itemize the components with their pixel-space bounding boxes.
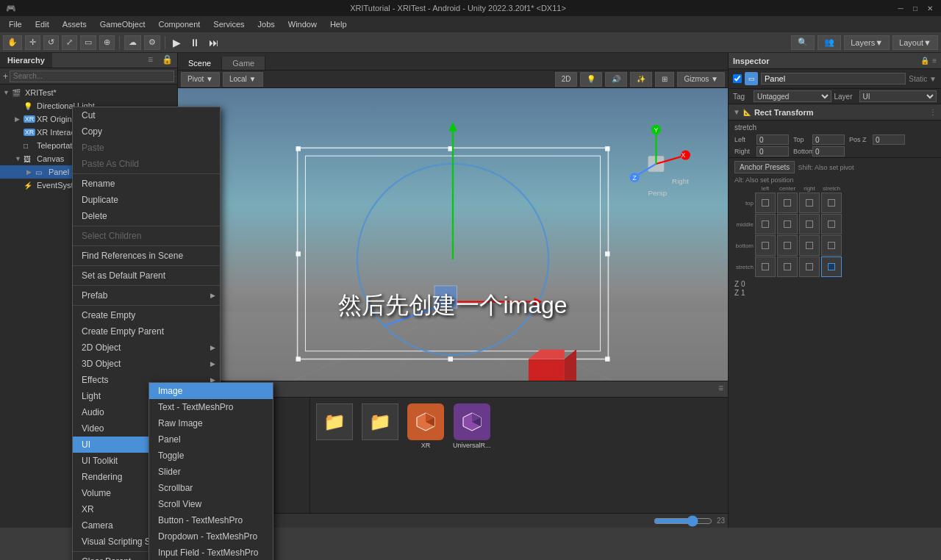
anchor-mid-left[interactable] [755, 214, 776, 234]
ctx-create-empty-parent[interactable]: Create Empty Parent [73, 323, 220, 340]
layout-dropdown[interactable]: Layout ▼ [892, 35, 938, 50]
tag-select[interactable]: Untagged [754, 90, 831, 102]
right-field[interactable] [756, 146, 789, 157]
2d-btn[interactable]: 2D [555, 72, 578, 87]
asset-icon-2[interactable]: 📁 [362, 403, 398, 449]
step-button[interactable]: ⏭ [206, 37, 222, 49]
menu-help[interactable]: Help [324, 18, 353, 30]
anchor-mid-right[interactable] [799, 214, 820, 234]
submenu-raw-image[interactable]: Raw Image [149, 415, 273, 431]
submenu-image[interactable]: Image [149, 383, 273, 399]
tool-transform[interactable]: ⊕ [99, 35, 115, 50]
submenu-slider[interactable]: Slider [149, 464, 273, 480]
asset-xr-icon1[interactable]: XR [407, 403, 444, 449]
menu-gameobject[interactable]: GameObject [94, 18, 151, 30]
tool-rotate[interactable]: ↺ [43, 35, 59, 50]
pause-button[interactable]: ⏸ [187, 37, 203, 49]
anchor-bot-stretch[interactable] [821, 235, 842, 256]
anchor-top-center[interactable] [777, 193, 798, 213]
tool-move[interactable]: ✛ [25, 35, 40, 50]
close-button[interactable]: ✕ [925, 3, 935, 13]
ctx-prefab[interactable]: Prefab▶ [73, 287, 220, 304]
anchor-bot-center[interactable] [777, 235, 798, 256]
anchor-top-right[interactable] [799, 193, 820, 213]
menu-assets[interactable]: Assets [57, 18, 93, 30]
scene-tab[interactable]: Scene [178, 57, 222, 70]
rt-expand[interactable]: ▼ [733, 108, 740, 116]
anchor-presets-btn[interactable]: Anchor Presets [734, 161, 795, 173]
inspector-tab[interactable]: Inspector [733, 57, 917, 65]
anchor-str-right[interactable] [799, 256, 820, 277]
object-name-field[interactable] [761, 73, 906, 85]
audio-btn[interactable]: 🔊 [605, 72, 627, 87]
ctx-cut[interactable]: Cut [73, 107, 220, 123]
ctx-set-default-parent[interactable]: Set as Default Parent [73, 268, 220, 284]
submenu-scrollbar[interactable]: Scrollbar [149, 480, 273, 496]
rt-menu[interactable]: ⋮ [929, 108, 937, 116]
local-btn[interactable]: Local ▼ [223, 72, 263, 87]
hierarchy-menu-btn[interactable]: ≡ [143, 53, 157, 68]
menu-services[interactable]: Services [207, 18, 250, 30]
minimize-button[interactable]: ─ [895, 3, 906, 13]
menu-edit[interactable]: Edit [29, 18, 55, 30]
submenu-button-tmp[interactable]: Button - TextMeshPro [149, 512, 273, 528]
bottom-field[interactable] [812, 146, 845, 157]
settings-button[interactable]: ⚙ [144, 35, 160, 50]
inspector-lock[interactable]: 🔒 [920, 57, 929, 65]
left-field[interactable] [756, 134, 789, 145]
anchor-str-stretch[interactable] [821, 256, 842, 277]
anchor-mid-stretch[interactable] [821, 214, 842, 234]
hierarchy-search[interactable] [10, 71, 174, 82]
ctx-duplicate[interactable]: Duplicate [73, 192, 220, 208]
asset-xr-icon2[interactable]: UniversalR... [453, 403, 491, 449]
maximize-button[interactable]: □ [910, 3, 920, 13]
hierarchy-add-btn[interactable]: + [3, 71, 8, 82]
anchor-top-stretch[interactable] [821, 193, 842, 213]
menu-file[interactable]: File [3, 18, 28, 30]
tool-rect[interactable]: ▭ [80, 35, 96, 50]
ctx-3d-object[interactable]: 3D Object▶ [73, 356, 220, 372]
inspector-menu[interactable]: ≡ [932, 57, 937, 65]
ctx-2d-object[interactable]: 2D Object▶ [73, 340, 220, 356]
cloud-button[interactable]: ☁ [124, 35, 141, 50]
tool-scale[interactable]: ⤢ [62, 35, 77, 50]
pivot-btn[interactable]: Pivot ▼ [181, 72, 220, 87]
submenu-panel[interactable]: Panel [149, 431, 273, 448]
ctx-create-empty[interactable]: Create Empty [73, 307, 220, 323]
submenu-scroll-view[interactable]: Scroll View [149, 496, 273, 512]
scene-grid-btn[interactable]: ⊞ [655, 72, 674, 87]
menu-window[interactable]: Window [282, 18, 323, 30]
submenu-dropdown-tmp[interactable]: Dropdown - TextMeshPro [149, 528, 273, 545]
anchor-mid-center[interactable] [777, 214, 798, 234]
hierarchy-tab[interactable]: Hierarchy [0, 53, 52, 68]
object-static-dropdown[interactable]: Static ▼ [909, 75, 937, 83]
posz-field[interactable] [873, 134, 905, 145]
anchor-bot-left[interactable] [755, 235, 776, 256]
play-button[interactable]: ▶ [170, 37, 184, 49]
gizmos-btn[interactable]: Gizmos ▼ [677, 72, 725, 87]
submenu-toggle[interactable]: Toggle [149, 448, 273, 464]
anchor-bot-right[interactable] [799, 235, 820, 256]
bottom-panel-menu[interactable]: ≡ [714, 381, 728, 397]
collab-button[interactable]: 👥 [817, 35, 841, 50]
anchor-str-left[interactable] [755, 256, 776, 277]
tool-hand[interactable]: ✋ [3, 35, 22, 50]
hier-item-xritest[interactable]: ▼ 🎬 XRITest* [0, 86, 177, 99]
asset-icon-1[interactable]: 📁 [316, 403, 353, 449]
layer-select[interactable]: UI [859, 90, 937, 102]
scene-view[interactable]: X Y Z Right Persp 然后先创建一个image [178, 88, 728, 381]
ctx-delete[interactable]: Delete [73, 208, 220, 224]
menu-jobs[interactable]: Jobs [252, 18, 281, 30]
anchor-top-left[interactable] [755, 193, 776, 213]
hierarchy-lock-btn[interactable]: 🔒 [157, 53, 177, 68]
lighting-btn[interactable]: 💡 [580, 72, 602, 87]
ctx-copy[interactable]: Copy [73, 123, 220, 140]
anchor-str-center[interactable] [777, 256, 798, 277]
menu-component[interactable]: Component [152, 18, 206, 30]
fx-btn[interactable]: ✨ [630, 72, 652, 87]
ctx-rename[interactable]: Rename [73, 176, 220, 192]
submenu-input-tmp[interactable]: Input Field - TextMeshPro [149, 545, 273, 560]
top-field[interactable] [812, 134, 845, 145]
layers-dropdown[interactable]: Layers ▼ [844, 35, 890, 50]
game-tab[interactable]: Game [222, 57, 265, 70]
